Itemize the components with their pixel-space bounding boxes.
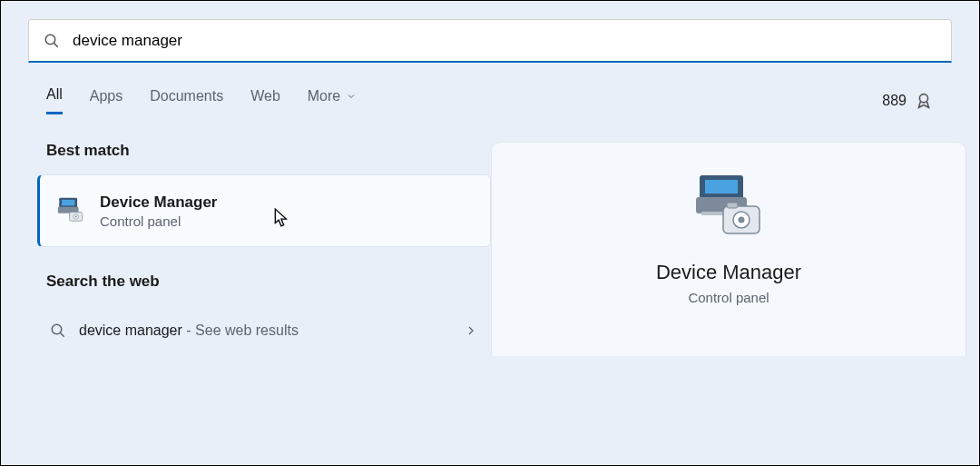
tab-all[interactable]: All <box>46 86 63 114</box>
best-match-result[interactable]: Device Manager Control panel <box>37 174 491 247</box>
web-result-hint: - See web results <box>182 322 299 338</box>
tab-apps[interactable]: Apps <box>90 88 122 114</box>
medal-icon <box>914 91 934 111</box>
svg-rect-4 <box>62 200 74 205</box>
svg-line-1 <box>54 43 58 46</box>
svg-point-9 <box>52 324 62 334</box>
best-match-heading: Best match <box>46 142 491 160</box>
rewards-points: 889 <box>882 93 906 109</box>
search-web-heading: Search the web <box>46 273 491 291</box>
best-match-title: Device Manager <box>100 193 217 212</box>
detail-subtitle: Control panel <box>688 290 769 305</box>
svg-rect-18 <box>727 203 738 208</box>
svg-point-0 <box>45 35 55 45</box>
tab-web[interactable]: Web <box>250 88 280 114</box>
chevron-right-icon <box>464 323 478 338</box>
web-result-query: device manager <box>79 322 182 338</box>
best-match-text: Device Manager Control panel <box>100 193 217 229</box>
web-result-text: device manager - See web results <box>79 322 299 339</box>
filter-tabs: All Apps Documents Web More 889 <box>46 86 934 114</box>
search-icon <box>50 322 66 339</box>
detail-title: Device Manager <box>656 261 801 284</box>
svg-point-2 <box>919 94 927 102</box>
detail-device-manager-icon <box>683 170 774 243</box>
svg-point-17 <box>739 217 745 223</box>
search-icon <box>44 33 60 49</box>
svg-point-8 <box>75 215 77 217</box>
best-match-subtitle: Control panel <box>100 213 217 229</box>
tab-documents[interactable]: Documents <box>150 88 223 114</box>
web-result-left: device manager - See web results <box>50 322 299 339</box>
tab-more[interactable]: More <box>308 88 357 114</box>
device-manager-icon <box>54 194 87 227</box>
svg-rect-12 <box>705 180 738 193</box>
web-search-result[interactable]: device manager - See web results <box>37 305 491 356</box>
rewards-badge[interactable]: 889 <box>882 91 934 111</box>
detail-pane: Device Manager Control panel <box>491 142 966 356</box>
results-list: Best match Device Manager Control panel <box>1 142 491 356</box>
cursor-icon <box>274 208 290 228</box>
chevron-down-icon <box>346 91 357 102</box>
search-input[interactable] <box>73 32 936 50</box>
search-bar[interactable] <box>28 19 952 63</box>
svg-line-10 <box>61 333 64 337</box>
results-area: Best match Device Manager Control panel <box>1 142 979 356</box>
tab-more-label: More <box>308 88 340 104</box>
